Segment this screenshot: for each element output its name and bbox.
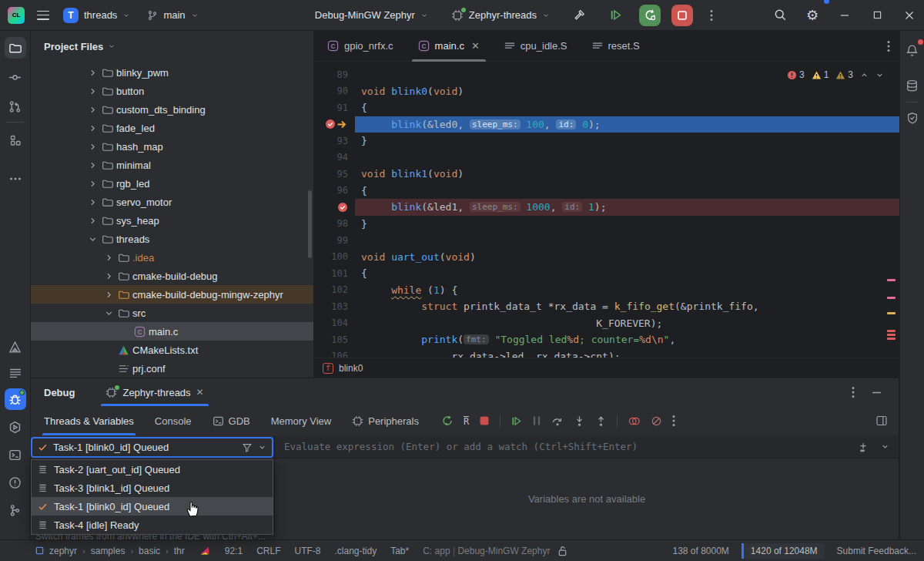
- submit-feedback-link[interactable]: Submit Feedback...: [837, 546, 916, 556]
- code-text[interactable]: [355, 232, 899, 249]
- chevron-down-icon[interactable]: [258, 443, 266, 452]
- stop-icon[interactable]: [479, 415, 490, 426]
- stripe-mark-yellow[interactable]: [887, 312, 896, 314]
- editor-gutter[interactable]: 103: [315, 301, 355, 312]
- editor-gutter[interactable]: 101: [315, 268, 355, 279]
- terminal-tool-icon[interactable]: [5, 444, 26, 465]
- code-text[interactable]: rx_data->led, rx_data->cnt);: [355, 348, 899, 358]
- line-separator[interactable]: CRLF: [256, 546, 280, 556]
- chevron-down-icon[interactable]: [102, 308, 116, 318]
- chevron-right-icon[interactable]: [86, 105, 99, 115]
- search-everywhere-icon[interactable]: [765, 0, 795, 31]
- mute-breakpoints-icon[interactable]: [651, 415, 662, 427]
- code-text[interactable]: {: [355, 183, 899, 200]
- hide-tool-window-icon[interactable]: [872, 388, 882, 398]
- code-text[interactable]: {: [355, 99, 899, 116]
- code-line-95[interactable]: 95void blink1(void): [315, 166, 899, 183]
- project-widget[interactable]: T threads: [57, 5, 136, 26]
- editor-gutter[interactable]: 90: [315, 86, 355, 96]
- code-text[interactable]: void uart_out(void): [355, 249, 899, 266]
- code-line-104[interactable]: 104 K_FOREVER);: [315, 315, 899, 332]
- code-text[interactable]: blink(&led1, sleep_ms: 1000, id: 1);: [355, 199, 899, 216]
- thread-selector-combobox[interactable]: Task-1 [blink0_id] Queued: [31, 437, 273, 458]
- tab-main-c[interactable]: C main.c ✕: [409, 31, 489, 62]
- editor-gutter[interactable]: 100: [315, 251, 355, 262]
- tab-memory-view[interactable]: Memory View: [271, 406, 332, 435]
- tab-cpu-idle-s[interactable]: cpu_idle.S: [495, 31, 577, 62]
- code-text[interactable]: }: [355, 133, 899, 149]
- code-text[interactable]: blink(&led0, sleep_ms: 100, id: 0);: [355, 116, 899, 133]
- status-breadcrumbs[interactable]: zephyr› samples› basic› thr: [35, 546, 185, 556]
- project-tool-icon[interactable]: [5, 37, 26, 59]
- resolve-context[interactable]: C: app | Debug-MinGW Zephyr: [423, 546, 550, 556]
- code-text[interactable]: [355, 149, 899, 166]
- tab-gdb[interactable]: GDB: [213, 406, 250, 435]
- code-text[interactable]: printk(fmt: "Toggled led%d; counter=%d\n…: [355, 331, 899, 348]
- stripe-mark-pink[interactable]: [887, 297, 896, 299]
- tree-item-minimal[interactable]: minimal: [31, 156, 313, 174]
- crumb-truncated[interactable]: thr: [174, 546, 185, 556]
- chevron-right-icon[interactable]: [102, 253, 116, 263]
- tab-threads-variables[interactable]: Threads & Variables: [44, 406, 134, 435]
- code-line-97[interactable]: blink(&led1, sleep_ms: 1000, id: 1);: [315, 199, 899, 216]
- tree-item-idea[interactable]: .idea: [31, 248, 313, 267]
- git-tool-icon[interactable]: [5, 499, 26, 521]
- tree-item-threads[interactable]: threads: [31, 230, 313, 248]
- view-breakpoints-icon[interactable]: [628, 415, 641, 427]
- dropdown-item-task-2-uart-out-id-queued[interactable]: Task-2 [uart_out_id] Queued: [32, 460, 273, 479]
- pause-icon[interactable]: [532, 415, 541, 426]
- add-watch-icon[interactable]: [858, 442, 869, 452]
- database-tool-icon[interactable]: [902, 76, 922, 96]
- stripe-mark-red[interactable]: [887, 338, 896, 340]
- tree-item-servo-motor[interactable]: servo_motor: [31, 193, 313, 211]
- code-line-92[interactable]: blink(&led0, sleep_ms: 100, id: 0);: [315, 116, 899, 133]
- weak-warning-count[interactable]: 3: [835, 69, 853, 80]
- next-issue-chevron-icon[interactable]: [875, 71, 884, 79]
- chevron-right-icon[interactable]: [86, 142, 99, 152]
- resume-program-icon[interactable]: [603, 8, 628, 22]
- file-encoding[interactable]: UTF-8: [294, 546, 320, 556]
- step-into-icon[interactable]: [574, 415, 585, 427]
- run-tool-icon[interactable]: [5, 416, 26, 438]
- clang-tidy-widget[interactable]: .clang-tidy: [334, 546, 377, 556]
- code-editor[interactable]: 8990void blink0(void)91{ blink(&led0, sl…: [315, 62, 899, 358]
- close-tab-icon[interactable]: ✕: [471, 40, 480, 52]
- chevron-right-icon[interactable]: [86, 197, 99, 207]
- code-line-93[interactable]: 93}: [315, 133, 899, 149]
- editor-gutter[interactable]: 96: [315, 185, 355, 196]
- shield-check-icon[interactable]: [902, 108, 922, 128]
- tree-item-cmake-build-debug-mingw-zephyr[interactable]: cmake-build-debug-mingw-zephyr: [31, 285, 313, 304]
- unlocked-padlock-icon[interactable]: [557, 546, 567, 556]
- code-text[interactable]: }: [355, 216, 899, 233]
- code-line-90[interactable]: 90void blink0(void): [315, 83, 899, 100]
- editor-gutter[interactable]: 89: [315, 69, 355, 80]
- editor-gutter[interactable]: 104: [315, 317, 355, 328]
- stop-button[interactable]: [671, 5, 693, 26]
- prev-issue-chevron-icon[interactable]: [860, 71, 869, 79]
- dropdown-item-task-4-idle-ready[interactable]: Task-4 [idle] Ready: [32, 516, 273, 534]
- code-text[interactable]: void blink0(void): [355, 83, 899, 100]
- cmake-tool-icon[interactable]: [5, 336, 26, 358]
- debug-session-selector[interactable]: Zephyr-threads: [445, 6, 556, 25]
- tree-item-cmake-build-debug[interactable]: cmake-build-debug: [31, 267, 313, 285]
- caret-position[interactable]: 92:1: [225, 546, 243, 556]
- layout-settings-icon[interactable]: [875, 415, 888, 427]
- tree-item-blinky-pwm[interactable]: blinky_pwm: [31, 63, 313, 82]
- editor-gutter[interactable]: 106: [315, 351, 355, 358]
- debug-more-kebab-icon[interactable]: [672, 415, 675, 427]
- stripe-mark-red[interactable]: [887, 330, 896, 332]
- breakpoint-icon[interactable]: [325, 119, 336, 129]
- tree-item-rgb-led[interactable]: rgb_led: [31, 174, 313, 193]
- problems-tool-icon[interactable]: [5, 472, 26, 493]
- run-configuration-selector[interactable]: Debug-MinGW Zephyr: [309, 6, 434, 24]
- breadcrumb-function[interactable]: blink0: [339, 363, 363, 374]
- indent-style[interactable]: Tab*: [390, 546, 409, 556]
- editor-gutter[interactable]: 99: [315, 235, 355, 246]
- chevron-right-icon[interactable]: [86, 179, 99, 189]
- chevron-right-icon[interactable]: [102, 290, 116, 300]
- more-actions-kebab-icon[interactable]: [704, 9, 719, 22]
- tree-item-hash-map[interactable]: hash_map: [31, 137, 313, 156]
- error-count[interactable]: 3: [787, 69, 805, 80]
- structure-tool-icon[interactable]: [5, 129, 26, 151]
- code-line-100[interactable]: 100void uart_out(void): [315, 249, 899, 266]
